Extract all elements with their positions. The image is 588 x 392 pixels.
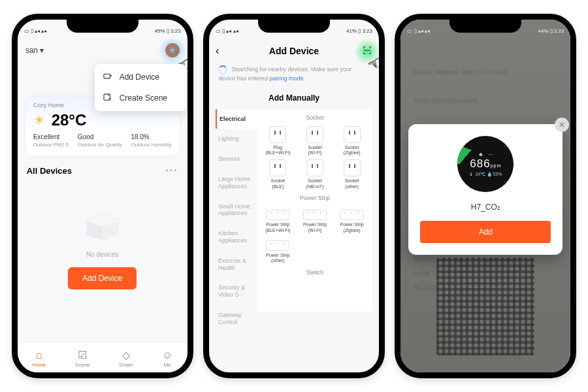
notch: [67, 18, 139, 33]
page-title: Add Device: [269, 46, 319, 56]
status-right: 41% ▯ 3:23: [346, 28, 372, 34]
socket-icon: [269, 159, 286, 176]
device-found-modal: ✕ ☻ ⋯ 686ppm 🌡 24℃ 💧53% H7_CO₂ Add: [408, 124, 563, 255]
popover-add-device[interactable]: Add Device: [95, 67, 186, 88]
device-name-label: Socket: [297, 145, 333, 150]
devices-section-title: All Devices: [27, 166, 72, 176]
device-cell[interactable]: Plug(BLE+Wi-Fi): [260, 126, 296, 156]
add-popover: Add Device Create Scene: [95, 64, 186, 111]
svg-rect-0: [104, 74, 110, 78]
home-icon: ⌂: [36, 350, 42, 361]
device-sub-label: (Zigbee): [334, 150, 370, 155]
power-strip-icon: [303, 210, 327, 220]
tab-scene[interactable]: ☑ Scene: [75, 350, 90, 368]
close-icon[interactable]: ✕: [555, 118, 569, 132]
device-cell[interactable]: Socket(BLE): [260, 159, 296, 189]
sidebar-item-exercise[interactable]: Exercise & Health: [216, 251, 257, 278]
popover-label: Add Device: [120, 73, 159, 82]
back-icon[interactable]: ‹: [216, 45, 219, 57]
device-cell: [334, 237, 370, 264]
add-manually-title: Add Manually: [216, 93, 372, 103]
phone-home-screen: ▭ ▯ ▴◂ ▴◂ 45% ▯ 3:23 san ▾ + ☜ Add Devic…: [12, 14, 193, 378]
sidebar-item-gateway[interactable]: Gateway Control: [216, 305, 257, 333]
weather-metric-air: Good Outdoor Air Quality: [78, 133, 122, 148]
sidebar-item-kitchen[interactable]: Kitchen Appliances: [216, 223, 257, 251]
category-sidebar: Electrical Lighting Sensors Large Home A…: [216, 109, 257, 312]
tab-home[interactable]: ⌂ Home: [32, 350, 46, 368]
device-sub-label: (NB-IoT): [297, 184, 333, 189]
device-name-label: Plug: [260, 145, 296, 150]
section-title-socket: Socket: [260, 114, 370, 121]
device-sub-label: (BLE): [260, 184, 296, 189]
notch: [449, 18, 521, 33]
scene-icon: ☑: [78, 350, 87, 361]
device-cell: [297, 237, 333, 264]
home-dropdown[interactable]: san ▾: [25, 46, 44, 55]
create-scene-icon: [103, 93, 113, 103]
popover-label: Create Scene: [120, 93, 167, 103]
power-strip-icon: [266, 210, 289, 220]
device-name-label: Power Strip: [260, 253, 296, 258]
sidebar-item-lighting[interactable]: Lighting: [216, 129, 257, 149]
device-name-label: Socket: [334, 178, 370, 184]
device-cell[interactable]: Power Strip(Wi-Fi): [297, 206, 333, 233]
add-device-icon: [103, 72, 113, 82]
device-catalog: Electrical Lighting Sensors Large Home A…: [216, 109, 372, 312]
sidebar-item-small-home[interactable]: Small Home Appliances: [216, 197, 257, 224]
sidebar-item-large-home[interactable]: Large Home Appliances: [216, 169, 257, 197]
status-right: 45% ▯ 3:23: [155, 28, 181, 34]
status-right: 44% ▯ 3:23: [538, 28, 564, 34]
device-sub-label: (other): [334, 184, 370, 189]
device-sub-label: (BLE+Wi-Fi): [260, 228, 296, 233]
power-strip-icon: [266, 240, 289, 251]
device-name-label: Power Strip: [334, 222, 370, 227]
empty-box-icon: [80, 205, 125, 242]
search-banner: Searching for nearby devices. Make sure …: [218, 65, 370, 83]
more-icon[interactable]: ···: [165, 165, 178, 176]
section-title-powerstrip: Power Strip: [260, 195, 370, 201]
socket-icon: [344, 126, 361, 143]
device-name-label: Socket: [297, 178, 333, 184]
phone-add-device-screen: ▭ ▯ ▴◂ ▴◂ 41% ▯ 3:23 ‹ Add Device ☜ Sear…: [203, 14, 385, 378]
sidebar-item-security[interactable]: Security & Video S···: [216, 278, 257, 305]
device-sub-label: (Wi-Fi): [297, 228, 333, 233]
device-cell[interactable]: Power Strip(BLE+Wi-Fi): [260, 206, 296, 233]
phone-scan-screen: ▭ ▯ ▴◂ ▴◂ 44% ▯ 3:23 button, network sta…: [395, 14, 576, 378]
category-main[interactable]: Socket Plug(BLE+Wi-Fi)Socket(Wi-Fi)Socke…: [257, 109, 372, 312]
status-left: ▭ ▯ ▴◂ ▴◂: [407, 28, 430, 34]
status-left: ▭ ▯ ▴◂ ▴◂: [24, 28, 47, 34]
device-cell[interactable]: Power Strip(other): [260, 237, 296, 264]
status-left: ▭ ▯ ▴◂ ▴◂: [216, 28, 238, 34]
device-sub-label: (Wi-Fi): [297, 150, 333, 155]
sidebar-item-electrical[interactable]: Electrical: [216, 109, 257, 129]
empty-state: No devices Add Device: [25, 205, 180, 289]
device-sub-label: (BLE+Wi-Fi): [260, 150, 296, 155]
section-title-switch: Switch: [260, 269, 370, 276]
device-cell[interactable]: Socket(other): [334, 159, 370, 189]
add-device-button[interactable]: Add Device: [68, 267, 137, 289]
device-cell[interactable]: Socket(NB-IoT): [297, 159, 333, 189]
device-name: H7_CO₂: [420, 203, 551, 212]
device-cell[interactable]: Socket(Zigbee): [334, 126, 370, 156]
empty-label: No devices: [25, 251, 180, 258]
spinner-icon: [218, 65, 227, 74]
device-cell[interactable]: Power Strip(Zigbee): [334, 206, 370, 233]
me-icon: ☺: [162, 350, 172, 361]
pairing-mode-link[interactable]: pairing mode.: [270, 75, 306, 82]
add-device-button[interactable]: Add: [420, 221, 551, 243]
weather-metric-pm25: Excellent Outdoor PM2.5: [33, 133, 69, 148]
device-name-label: Socket: [334, 145, 370, 150]
weather-sun-icon: ☀: [33, 112, 45, 128]
add-button[interactable]: +: [165, 43, 180, 57]
socket-icon: [269, 126, 286, 143]
weather-temperature: 28°C: [52, 111, 87, 129]
tab-me[interactable]: ☺ Me: [162, 350, 172, 368]
device-sub-label: (other): [260, 258, 296, 263]
power-strip-icon: [340, 210, 364, 220]
popover-create-scene[interactable]: Create Scene: [95, 88, 186, 108]
device-name-label: Power Strip: [260, 222, 296, 227]
device-cell[interactable]: Socket(Wi-Fi): [297, 126, 333, 156]
sidebar-item-sensors[interactable]: Sensors: [216, 149, 257, 169]
smart-icon: ◇: [122, 350, 130, 361]
tab-smart[interactable]: ◇ Smart: [119, 350, 133, 368]
